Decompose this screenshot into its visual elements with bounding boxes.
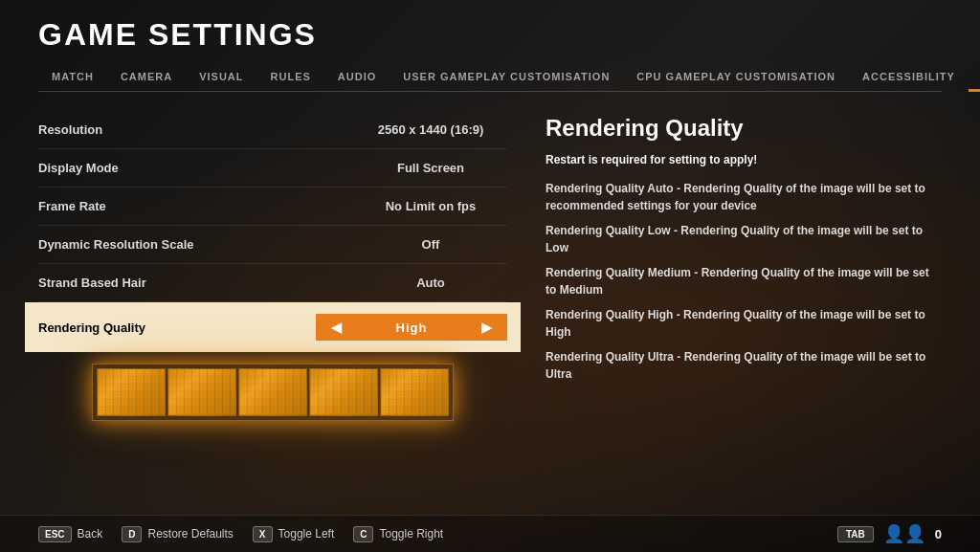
tab-accessibility[interactable]: ACCESSIBILITY	[849, 63, 969, 90]
tab-camera[interactable]: CAMERA	[107, 63, 186, 90]
footer-control-restore[interactable]: D Restore Defaults	[122, 526, 234, 542]
info-panel: Rendering Quality Restart is required fo…	[546, 111, 942, 505]
setting-row-resolution: Resolution 2560 x 1440 (16:9)	[38, 111, 507, 149]
display-mode-value: Full Screen	[354, 161, 507, 175]
info-desc-0: Rendering Quality Auto - Rendering Quali…	[546, 180, 942, 214]
court-tile-2	[167, 368, 236, 416]
setting-row-strand-hair: Strand Based Hair Auto	[38, 264, 507, 302]
tab-match[interactable]: MATCH	[38, 63, 107, 90]
info-desc-1: Rendering Quality Low - Rendering Qualit…	[546, 222, 942, 256]
court-tile-5	[380, 368, 449, 416]
resolution-label: Resolution	[38, 122, 211, 137]
page-title: GAME SETTINGS	[38, 17, 942, 53]
info-desc-4: Rendering Quality Ultra - Rendering Qual…	[546, 348, 942, 383]
footer-right: TAB 👤👤 0	[837, 523, 942, 544]
footer-control-toggle-left[interactable]: X Toggle Left	[253, 526, 334, 542]
rendering-quality-selector[interactable]: ◀ High ▶	[316, 314, 507, 341]
info-desc-2: Rendering Quality Medium - Rendering Qua…	[546, 264, 942, 298]
key-x: X	[253, 526, 273, 542]
main-area: Resolution 2560 x 1440 (16:9) Display Mo…	[0, 92, 980, 515]
player-count: 0	[935, 527, 942, 541]
key-d: D	[122, 526, 142, 542]
tab-display-configuration[interactable]: DISPLAY CONFIGURATION	[969, 62, 980, 92]
footer-control-toggle-right[interactable]: C Toggle Right	[353, 526, 443, 542]
resolution-value: 2560 x 1440 (16:9)	[354, 122, 507, 137]
tab-rules[interactable]: RULES	[257, 63, 324, 90]
footer: ESC Back D Restore Defaults X Toggle Lef…	[0, 515, 980, 552]
footer-control-back: ESC Back	[38, 526, 102, 542]
navigation-tabs: MATCH CAMERA VISUAL RULES AUDIO USER GAM…	[38, 62, 942, 92]
setting-row-display-mode: Display Mode Full Screen	[38, 149, 507, 188]
players-icon: 👤👤	[883, 523, 925, 544]
setting-row-frame-rate: Frame Rate No Limit on fps	[38, 188, 507, 226]
info-title: Rendering Quality	[546, 115, 942, 142]
restart-notice: Restart is required for setting to apply…	[546, 151, 942, 168]
footer-restore-label: Restore Defaults	[147, 527, 233, 541]
tab-visual[interactable]: VISUAL	[186, 63, 256, 90]
display-mode-label: Display Mode	[38, 161, 211, 175]
dynamic-resolution-label: Dynamic Resolution Scale	[38, 237, 211, 252]
info-desc-3: Rendering Quality High - Rendering Quali…	[546, 306, 942, 341]
footer-controls: ESC Back D Restore Defaults X Toggle Lef…	[38, 526, 443, 542]
tab-user-gameplay[interactable]: USER GAMEPLAY CUSTOMISATION	[390, 63, 623, 90]
tab-audio[interactable]: AUDIO	[324, 63, 390, 90]
footer-toggle-left-label: Toggle Left	[278, 527, 335, 541]
main-content-wrapper: GAME SETTINGS MATCH CAMERA VISUAL RULES …	[0, 0, 980, 552]
court-tile-1	[97, 368, 166, 416]
footer-back-label: Back	[78, 527, 103, 541]
footer-toggle-right-label: Toggle Right	[379, 527, 443, 541]
key-c: C	[353, 526, 373, 542]
court-decoration	[38, 364, 507, 421]
settings-panel: Resolution 2560 x 1440 (16:9) Display Mo…	[38, 111, 507, 505]
key-esc: ESC	[38, 526, 72, 542]
court-tile-3	[238, 368, 307, 416]
frame-rate-label: Frame Rate	[38, 199, 211, 213]
header: GAME SETTINGS MATCH CAMERA VISUAL RULES …	[0, 0, 980, 92]
court-glow	[92, 364, 454, 421]
selector-arrow-left[interactable]: ◀	[331, 320, 342, 335]
rendering-quality-value: High	[396, 320, 428, 335]
setting-row-dynamic-resolution: Dynamic Resolution Scale Off	[38, 226, 507, 264]
frame-rate-value: No Limit on fps	[354, 199, 507, 213]
strand-hair-value: Auto	[354, 276, 507, 290]
tab-key-badge: TAB	[837, 526, 874, 542]
court-tile-4	[309, 368, 378, 416]
selector-arrow-right[interactable]: ▶	[481, 320, 492, 335]
rendering-quality-label: Rendering Quality	[38, 320, 211, 335]
setting-row-rendering-quality[interactable]: Rendering Quality ◀ High ▶	[25, 302, 521, 352]
dynamic-resolution-value: Off	[354, 237, 507, 252]
strand-hair-label: Strand Based Hair	[38, 276, 211, 290]
tab-cpu-gameplay[interactable]: CPU GAMEPLAY CUSTOMISATION	[623, 63, 849, 90]
